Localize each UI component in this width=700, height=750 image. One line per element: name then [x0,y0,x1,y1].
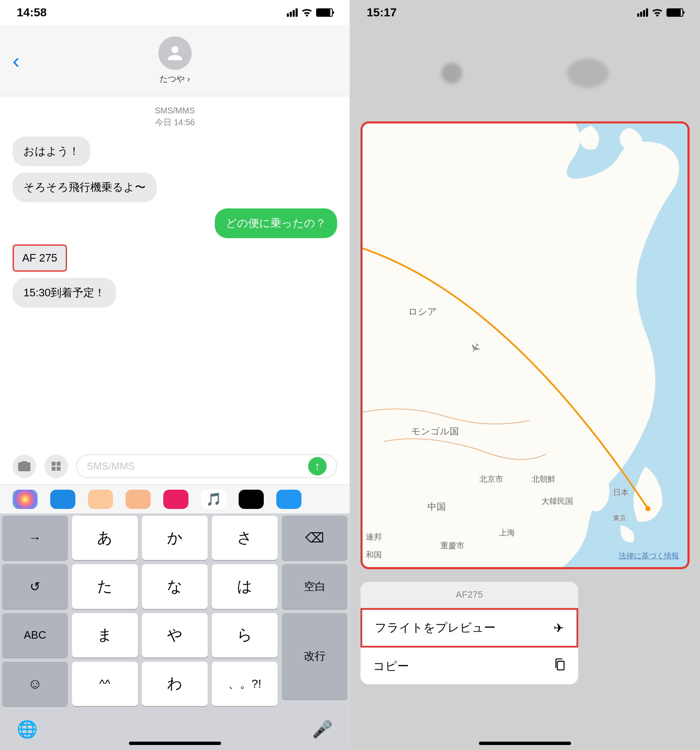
app-strip[interactable]: 🎵 [0,484,350,514]
map-label-mongolia: モンゴル国 [411,425,459,438]
status-bar: 15:17 [350,0,700,25]
key-return[interactable]: 改行 [282,613,347,699]
message-bubble-flight[interactable]: AF 275 [13,244,337,272]
memoji2-app-icon[interactable] [126,490,151,509]
status-time: 14:58 [17,6,47,19]
key-emoji[interactable]: ☺ [2,662,68,706]
message-bubble[interactable]: おはよう！ [13,136,337,166]
apps-button[interactable] [44,455,68,478]
home-indicator[interactable] [479,742,571,745]
camera-button[interactable] [13,455,36,478]
map-label-tokyo: 東京 [613,514,626,523]
map-label-beijing: 北京市 [479,474,503,485]
key-ha[interactable]: は [212,564,278,609]
fitness-app-icon[interactable] [239,490,264,509]
avatar [158,36,192,70]
key-kaomoji[interactable]: ^^ [72,662,138,706]
copy-label: コピー [373,658,409,674]
preview-flight-button[interactable]: フライトをプレビュー ✈ [360,608,578,647]
signal-icon [287,8,298,17]
map-label-skorea: 大韓民国 [541,496,573,507]
key-undo[interactable]: ↺ [2,564,68,609]
key-a[interactable]: あ [72,516,138,560]
thread-meta: SMS/MMS 今日 14:56 [13,105,337,128]
status-icons [637,8,683,17]
signal-icon [637,8,648,17]
key-punct[interactable]: 、。?! [212,662,278,706]
message-bubble[interactable]: そろそろ飛行機乗るよ〜 [13,172,337,202]
music-app-icon[interactable]: 🎵 [201,490,226,509]
map-label-federation: 連邦 [366,532,382,542]
map-label-shanghai: 上海 [499,527,515,538]
key-na[interactable]: な [142,564,208,609]
compose-input[interactable]: SMS/MMS ↑ [76,455,337,478]
wifi-icon [301,8,313,17]
airplane-icon: ✈ [553,621,564,635]
status-icons [287,8,333,17]
map-label-russia: ロシア [408,306,437,318]
key-wa[interactable]: わ [142,662,208,706]
message-thread[interactable]: SMS/MMS 今日 14:56 おはよう！ そろそろ飛行機乗るよ〜 どの便に乗… [0,96,350,322]
key-ra[interactable]: ら [212,613,278,658]
copy-button[interactable]: コピー [360,647,578,684]
legal-info-link[interactable]: 法律に基づく情報 [619,551,679,561]
back-button[interactable]: ‹ [13,49,20,73]
key-arrow[interactable]: → [2,516,68,560]
dictation-button[interactable]: 🎤 [312,719,333,739]
key-backspace[interactable]: ⌫ [282,516,347,560]
globe-button[interactable]: 🌐 [17,719,38,739]
copy-icon [554,658,566,674]
context-menu: AF275 フライトをプレビュー ✈ コピー [360,582,578,684]
svg-rect-1 [557,661,564,670]
search-app-icon[interactable] [163,490,188,509]
key-ma[interactable]: ま [72,613,138,658]
photos-app-icon[interactable] [13,490,38,509]
more-app-icon[interactable] [276,490,301,509]
appstore-app-icon[interactable] [50,490,75,509]
key-ta[interactable]: た [72,564,138,609]
map-label-nkorea: 北朝鮮 [532,474,556,485]
blurred-background [350,25,700,121]
contact-info[interactable]: たつや › [158,36,192,85]
messages-screen: 14:58 ‹ たつや › SMS/MMS 今日 14:56 おはよう！ そろそ… [0,0,350,750]
key-abc[interactable]: ABC [2,613,68,658]
home-indicator[interactable] [129,742,221,745]
context-menu-title: AF275 [360,582,578,608]
flight-preview-screen: 15:17 [350,0,700,750]
status-bar: 14:58 [0,0,350,25]
message-bubble[interactable]: 15:30到着予定！ [13,278,337,308]
flight-map[interactable]: ✈ ロシア モンゴル国 中国 北京市 北朝鮮 大韓民国 日本 東京 上海 重慶市… [360,121,690,569]
map-label-chongqing: 重慶市 [440,540,464,551]
messages-header: ‹ たつや › [0,25,350,96]
memoji-app-icon[interactable] [88,490,113,509]
message-bubble[interactable]: どの便に乗ったの？ [13,208,337,238]
key-sa[interactable]: さ [212,516,278,560]
send-button[interactable]: ↑ [308,457,327,475]
contact-name: たつや › [160,73,190,85]
map-label-china: 中国 [427,501,446,513]
wifi-icon [651,8,663,17]
keyboard[interactable]: → あ か さ ⌫ ↺ た な は 空白 ABC ま や ら 改行 ☺ [0,514,350,750]
status-time: 15:17 [367,6,397,19]
compose-bar: SMS/MMS ↑ [0,450,350,482]
map-label-koku: 和国 [366,550,382,560]
key-space[interactable]: 空白 [282,564,347,609]
key-ya[interactable]: や [142,613,208,658]
key-ka[interactable]: か [142,516,208,560]
map-label-japan: 日本 [613,487,629,498]
preview-flight-label: フライトをプレビュー [375,620,496,636]
battery-icon [316,8,333,17]
compose-placeholder: SMS/MMS [87,460,135,472]
battery-icon [667,8,683,17]
